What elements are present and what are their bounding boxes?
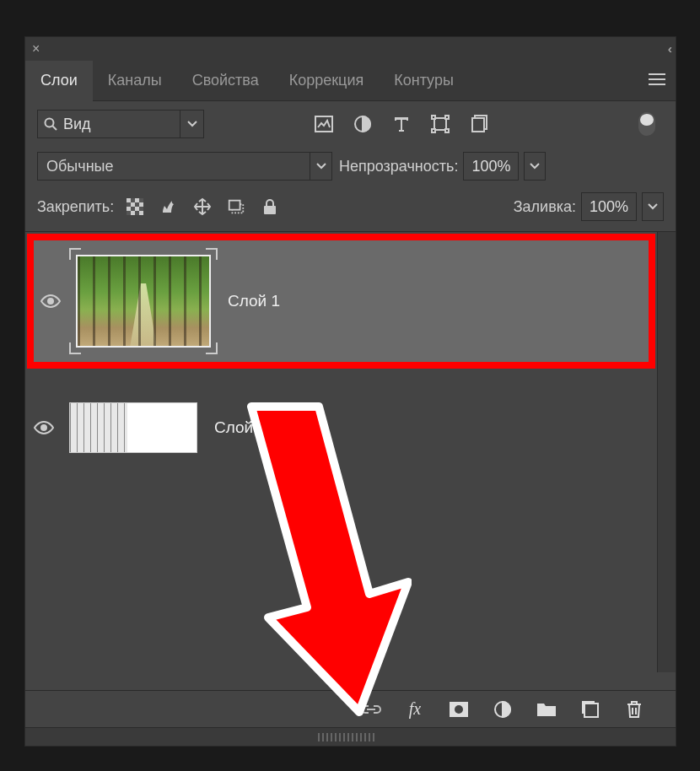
svg-rect-17 <box>139 211 143 215</box>
svg-point-20 <box>48 299 53 304</box>
svg-rect-7 <box>445 129 449 132</box>
lock-icons <box>126 197 279 216</box>
layer-kind-filter[interactable]: Вид <box>37 110 204 138</box>
layer-row[interactable]: Слой 0 <box>27 386 655 470</box>
filter-icons <box>314 114 489 134</box>
lock-all-icon[interactable] <box>261 197 279 216</box>
svg-rect-19 <box>264 206 276 214</box>
new-adjustment-layer-icon[interactable] <box>492 698 514 720</box>
shape-filter-icon[interactable] <box>430 114 450 134</box>
svg-rect-12 <box>131 202 135 207</box>
svg-point-23 <box>455 705 463 714</box>
svg-rect-10 <box>127 198 131 202</box>
vertical-scrollbar[interactable] <box>657 232 676 672</box>
lock-artboard-icon[interactable] <box>227 197 245 216</box>
new-group-icon[interactable] <box>536 698 557 720</box>
tab-properties[interactable]: Свойства <box>177 61 274 101</box>
layer-style-fx-icon[interactable]: fx <box>404 698 426 720</box>
svg-rect-3 <box>434 118 446 130</box>
collapse-icon[interactable]: ‹‹ <box>668 42 669 56</box>
layer-kind-label: Вид <box>63 116 180 133</box>
svg-rect-4 <box>432 116 435 119</box>
new-layer-icon[interactable] <box>579 698 601 720</box>
lock-image-icon[interactable] <box>159 197 178 216</box>
link-layers-icon[interactable] <box>360 698 382 720</box>
panel-menu-icon[interactable] <box>649 73 665 86</box>
tab-paths[interactable]: Контуры <box>379 61 469 101</box>
lock-position-icon[interactable] <box>193 197 212 216</box>
blend-row: Обычные Непрозрачность: 100% <box>25 147 676 186</box>
tab-channels[interactable]: Каналы <box>93 61 177 101</box>
search-icon <box>38 117 63 131</box>
svg-rect-14 <box>127 207 131 211</box>
lock-transparency-icon[interactable] <box>126 197 144 216</box>
layers-panel: × ‹‹ Слои Каналы Свойства Коррекция Конт… <box>24 36 676 747</box>
svg-point-21 <box>41 425 46 430</box>
svg-rect-1 <box>315 116 332 132</box>
bottom-toolbar: fx <box>25 690 676 727</box>
layer-name[interactable]: Слой 0 <box>214 418 267 437</box>
adjustment-filter-icon[interactable] <box>353 114 373 134</box>
lock-row: Закрепить: Заливка: 100% <box>25 186 676 232</box>
tab-layers[interactable]: Слои <box>25 61 93 101</box>
svg-rect-13 <box>139 202 143 207</box>
layers-list: Слой 1 Слой 0 <box>25 232 676 672</box>
svg-rect-6 <box>432 129 435 132</box>
visibility-eye-icon[interactable] <box>34 421 54 434</box>
svg-rect-15 <box>135 207 139 211</box>
horizontal-scrollbar[interactable] <box>25 727 676 746</box>
fill-label: Заливка: <box>514 198 576 216</box>
filter-row: Вид <box>25 101 676 147</box>
layer-thumbnail[interactable] <box>76 255 211 348</box>
svg-rect-18 <box>229 201 240 210</box>
type-filter-icon[interactable] <box>391 114 412 134</box>
blend-mode-select[interactable]: Обычные <box>37 152 332 181</box>
layer-thumbnail[interactable] <box>69 402 197 453</box>
tab-bar: Слои Каналы Свойства Коррекция Контуры <box>25 61 676 101</box>
add-mask-icon[interactable] <box>448 698 470 720</box>
svg-rect-25 <box>584 704 598 717</box>
chevron-down-icon <box>310 153 331 180</box>
opacity-chevron[interactable] <box>524 152 546 181</box>
tab-adjustments[interactable]: Коррекция <box>274 61 380 101</box>
panel-header: × ‹‹ <box>25 37 676 61</box>
delete-layer-icon[interactable] <box>623 698 645 720</box>
chevron-down-icon <box>180 111 203 137</box>
smartobject-filter-icon[interactable] <box>469 114 489 134</box>
fill-chevron[interactable] <box>642 192 664 221</box>
blend-mode-value: Обычные <box>46 158 114 175</box>
filter-toggle[interactable] <box>638 112 655 136</box>
svg-point-0 <box>46 119 54 127</box>
close-icon[interactable]: × <box>32 41 40 57</box>
svg-rect-16 <box>131 211 135 215</box>
layer-row[interactable]: Слой 1 <box>27 234 655 369</box>
fill-input[interactable]: 100% <box>581 192 637 221</box>
svg-rect-5 <box>445 116 449 119</box>
visibility-eye-icon[interactable] <box>40 294 61 308</box>
opacity-label: Непрозрачность: <box>339 158 458 175</box>
lock-label: Закрепить: <box>37 198 114 216</box>
opacity-input[interactable]: 100% <box>463 152 519 181</box>
svg-rect-8 <box>472 118 484 132</box>
pixel-filter-icon[interactable] <box>314 114 334 134</box>
svg-rect-11 <box>135 198 139 202</box>
layer-name[interactable]: Слой 1 <box>228 292 280 310</box>
